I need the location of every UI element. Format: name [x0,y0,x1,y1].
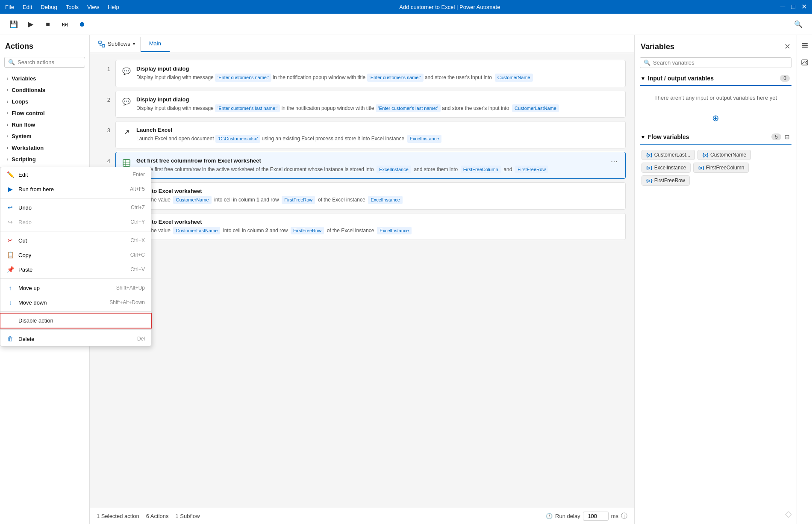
step-button[interactable]: ⏭ [58,18,72,31]
ctx-copy[interactable]: 📋 Copy Ctrl+C [0,248,90,262]
category-conditionals-label: Conditionals [12,87,45,93]
menu-debug[interactable]: Debug [41,4,57,10]
record-button[interactable]: ⏺ [75,18,89,31]
step-5-var1: CustomerName [173,196,211,204]
category-run-flow-label: Run flow [12,121,35,128]
ctx-delete-label: Delete [18,336,90,342]
step-3-desc: Launch Excel and open document 'C:\Custo… [136,135,619,143]
var-chip-customer-last-label: CustomerLast... [654,152,691,158]
ctx-paste[interactable]: 📌 Paste Ctrl+V [0,262,90,277]
ctx-move-up[interactable]: ↑ Move up Shift+Alt+Up [0,281,90,295]
menu-help[interactable]: Help [108,4,119,10]
variables-header: Variables ✕ [635,35,797,55]
window-controls: ─ □ ✕ [780,3,807,10]
ctx-edit[interactable]: ✏️ Edit Enter [0,167,90,182]
step-card-1[interactable]: 💬 Display input dialog Display input dia… [115,60,626,87]
bottom-area: ◇ [635,191,797,524]
close-button[interactable]: ✕ [801,3,807,10]
category-conditionals[interactable]: › Conditionals [0,84,89,96]
flow-variables-header[interactable]: ▾ Flow variables 5 ⊟ [640,130,791,145]
category-loops[interactable]: › Loops [0,96,89,107]
var-chip-first-free-column[interactable]: {x} FirstFreeColumn [693,163,749,173]
maximize-button[interactable]: □ [791,3,795,10]
step-5-desc: Write the value CustomerName into cell i… [136,196,619,204]
ctx-undo[interactable]: ↩ Undo Ctrl+Z [0,200,90,215]
right-icon-image[interactable] [798,56,812,69]
toolbar-search-button[interactable]: 🔍 [791,18,805,31]
variables-search-input[interactable] [653,59,788,66]
actions-search-box[interactable]: 🔍 [4,57,85,68]
var-chip-customer-last[interactable]: {x} CustomerLast... [641,150,695,160]
ctx-move-up-label: Move up [18,285,90,291]
input-output-variables-section: ▾ Input / output variables 0 There aren'… [640,71,791,127]
stop-button[interactable]: ■ [41,18,55,31]
category-run-flow[interactable]: › Run flow [0,119,89,130]
edit-icon: ✏️ [6,171,14,178]
var-chip-first-free-row-label: FirstFreeRow [654,178,685,184]
category-system[interactable]: › System [0,130,89,142]
chevron-loops: › [7,99,8,104]
step-2-desc: Display input dialog with message 'Enter… [136,104,619,112]
actions-title: Actions [0,35,89,54]
step-4-var2: FirstFreeColumn [461,166,501,174]
play-button[interactable]: ▶ [24,18,38,31]
window-title: Add customer to Excel | Power Automate [399,4,500,10]
var-chip-customer-name[interactable]: {x} CustomerName [697,150,751,160]
step-2-var-highlight1: 'Enter customer's last name:' [215,104,280,112]
filter-icon[interactable]: ⊟ [785,133,790,140]
var-chip-first-free-row[interactable]: {x} FirstFreeRow [641,175,690,186]
step-6-var3: ExcelInstance [377,227,411,235]
subflows-button[interactable]: Subflows ▾ [93,37,141,51]
variables-title: Variables [641,42,674,51]
svg-rect-19 [802,60,808,65]
right-icon-layers[interactable] [798,38,812,52]
step-card-5[interactable]: Write to Excel worksheet Write the value… [115,182,626,210]
run-delay-input[interactable] [583,512,609,521]
menu-edit[interactable]: Edit [23,4,32,10]
add-variable-button[interactable]: ⊕ [640,113,791,123]
actions-search-input[interactable] [18,59,89,65]
delete-icon: 🗑 [6,335,14,342]
step-card-4[interactable]: Get first free column/row from Excel wor… [115,152,626,179]
category-flow-control[interactable]: › Flow control [0,107,89,119]
step-6-var1: CustomerLastName [173,227,220,235]
excel-icon [122,159,131,167]
ctx-move-down-label: Move down [18,299,90,306]
menu-file[interactable]: File [5,4,14,10]
step-number-2: 2 [98,91,115,103]
menu-tools[interactable]: Tools [66,4,79,10]
ctx-run-from-here[interactable]: ▶ Run from here Alt+F5 [0,182,90,196]
ctx-redo[interactable]: ↪ Redo Ctrl+Y [0,215,90,229]
step-4-more-button[interactable]: ⋯ [609,157,619,166]
variables-search-box[interactable]: 🔍 [640,57,791,68]
input-output-chevron-icon: ▾ [641,75,644,82]
move-down-icon: ↓ [6,299,14,306]
flow-content: 1 💬 Display input dialog Display input d… [90,53,634,508]
tab-main[interactable]: Main [141,36,170,52]
step-card-3[interactable]: ↗ Launch Excel Launch Excel and open doc… [115,121,626,148]
ctx-run-label: Run from here [18,186,90,192]
menu-view[interactable]: View [87,4,99,10]
step-card-2[interactable]: 💬 Display input dialog Display input dia… [115,91,626,118]
ctx-cut[interactable]: ✂ Cut Ctrl+X [0,233,90,248]
copy-icon: 📋 [6,252,14,258]
chevron-workstation: › [7,145,8,150]
category-workstation[interactable]: › Workstation [0,142,89,154]
variables-close-button[interactable]: ✕ [784,42,791,51]
ctx-divider-3 [0,278,90,279]
ctx-delete[interactable]: 🗑 Delete Del [0,332,90,346]
category-scripting[interactable]: › Scripting [0,154,89,165]
ctx-disable-action[interactable]: Disable action [0,314,90,328]
input-output-variables-header[interactable]: ▾ Input / output variables 0 [640,71,791,86]
category-variables[interactable]: › Variables [0,73,89,84]
svg-rect-18 [802,47,808,48]
step-4-title: Get first free column/row from Excel wor… [136,157,604,164]
svg-rect-16 [802,43,808,44]
minimize-button[interactable]: ─ [780,3,785,10]
vars-search-icon: 🔍 [644,59,650,66]
var-chip-excel-instance[interactable]: {x} ExcelInstance [641,163,691,173]
ctx-move-down[interactable]: ↓ Move down Shift+Alt+Down [0,295,90,310]
step-2-title: Display input dialog [136,96,619,103]
step-card-6[interactable]: Write to Excel worksheet Write the value… [115,213,626,240]
save-button[interactable]: 💾 [7,18,21,31]
